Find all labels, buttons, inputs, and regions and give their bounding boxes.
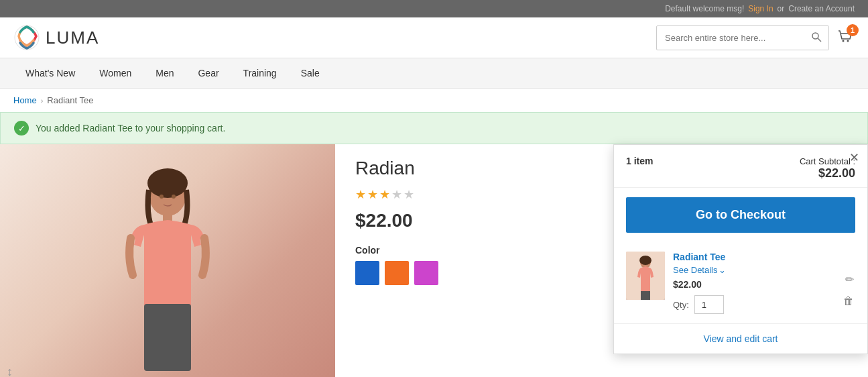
svg-rect-8 xyxy=(144,304,191,371)
color-swatch-purple[interactable] xyxy=(414,261,438,285)
cart-subtotal-price: $22.00 xyxy=(800,166,855,180)
qty-label: Qty: xyxy=(673,300,689,310)
cart-badge: 1 xyxy=(847,24,859,36)
see-details-label: See Details xyxy=(673,265,717,275)
qty-input[interactable] xyxy=(694,295,724,314)
scroll-indicator: ↕ xyxy=(7,365,13,377)
cart-close-button[interactable]: ✕ xyxy=(849,152,859,164)
breadcrumb-separator: › xyxy=(41,97,44,105)
nav-women[interactable]: Women xyxy=(87,58,143,88)
cart-item-photo xyxy=(626,252,665,300)
svg-point-4 xyxy=(847,40,849,42)
nav-gear[interactable]: Gear xyxy=(186,58,231,88)
delete-item-button[interactable]: 🗑 xyxy=(842,294,855,309)
breadcrumb-current: Radiant Tee xyxy=(47,95,93,105)
cart-item-price: $22.00 xyxy=(673,279,834,290)
header-right: 1 xyxy=(656,25,855,50)
success-banner: ✓ You added Radiant Tee to your shopping… xyxy=(0,112,868,144)
nav-men[interactable]: Men xyxy=(143,58,186,88)
cart-dropdown: 1 item Cart Subtotal : $22.00 ✕ Go to Ch… xyxy=(613,144,868,354)
product-image-area: ↕ xyxy=(0,144,335,377)
breadcrumb: Home › Radiant Tee xyxy=(0,89,868,112)
success-message: You added Radiant Tee to your shopping c… xyxy=(36,123,225,133)
cart-item-image xyxy=(626,252,665,300)
color-swatch-orange[interactable] xyxy=(385,261,409,285)
search-button[interactable] xyxy=(804,26,828,50)
svg-point-1 xyxy=(812,33,818,39)
cart-item-actions: ✏ 🗑 xyxy=(842,252,855,314)
cart-wrapper[interactable]: 1 xyxy=(836,28,855,47)
star-4: ★ xyxy=(391,187,402,202)
svg-point-9 xyxy=(160,195,164,199)
cart-item: Radiant Tee See Details ⌄ $22.00 Qty: ✏ … xyxy=(614,242,867,324)
svg-point-10 xyxy=(172,195,176,199)
cart-item-count: 1 item xyxy=(626,156,653,166)
nav-training[interactable]: Training xyxy=(231,58,289,88)
cart-subtotal-area: Cart Subtotal : $22.00 xyxy=(800,156,855,180)
checkout-button[interactable]: Go to Checkout xyxy=(626,197,855,233)
edit-item-button[interactable]: ✏ xyxy=(844,272,855,287)
product-image xyxy=(0,144,335,377)
chevron-down-icon: ⌄ xyxy=(719,265,726,275)
svg-point-14 xyxy=(639,256,652,265)
signin-link[interactable]: Sign In xyxy=(748,4,773,13)
star-2: ★ xyxy=(367,187,378,202)
cart-item-name[interactable]: Radiant Tee xyxy=(673,252,834,262)
color-swatch-blue[interactable] xyxy=(355,261,379,285)
create-account-link[interactable]: Create an Account xyxy=(788,4,855,13)
svg-point-3 xyxy=(843,40,845,42)
svg-line-2 xyxy=(818,38,821,42)
cart-item-qty: Qty: xyxy=(673,295,834,314)
cart-subtotal-label: Cart Subtotal : xyxy=(800,156,855,166)
success-icon: ✓ xyxy=(14,121,29,136)
top-bar: Default welcome msg! Sign In or Create a… xyxy=(0,0,868,17)
logo-text: LUMA xyxy=(46,28,99,48)
topbar-or: or xyxy=(778,4,785,13)
svg-point-6 xyxy=(147,168,188,198)
cart-item-details: Radiant Tee See Details ⌄ $22.00 Qty: xyxy=(673,252,834,314)
nav: What's New Women Men Gear Training Sale xyxy=(0,58,868,89)
cart-dropdown-header: 1 item Cart Subtotal : $22.00 ✕ xyxy=(614,145,867,188)
see-details-toggle[interactable]: See Details ⌄ xyxy=(673,265,834,275)
nav-whats-new[interactable]: What's New xyxy=(13,58,87,88)
view-cart-link[interactable]: View and edit cart xyxy=(614,324,867,354)
star-3: ★ xyxy=(379,187,390,202)
cart-icon-wrap: 1 xyxy=(836,28,855,47)
svg-rect-13 xyxy=(641,291,650,300)
search-input[interactable] xyxy=(657,28,804,48)
luma-logo-icon xyxy=(13,24,40,51)
main-content: ↕ Radian ★ ★ ★ ★ ★ $22.00 Color 1 item C… xyxy=(0,144,868,377)
product-photo xyxy=(94,158,241,377)
nav-sale[interactable]: Sale xyxy=(289,58,332,88)
star-5: ★ xyxy=(404,187,414,202)
star-1: ★ xyxy=(355,187,366,202)
header: LUMA 1 xyxy=(0,17,868,58)
breadcrumb-home[interactable]: Home xyxy=(13,95,37,105)
search-bar xyxy=(656,25,829,50)
welcome-message: Default welcome msg! xyxy=(665,4,744,13)
logo[interactable]: LUMA xyxy=(13,24,99,51)
search-icon xyxy=(811,32,822,42)
